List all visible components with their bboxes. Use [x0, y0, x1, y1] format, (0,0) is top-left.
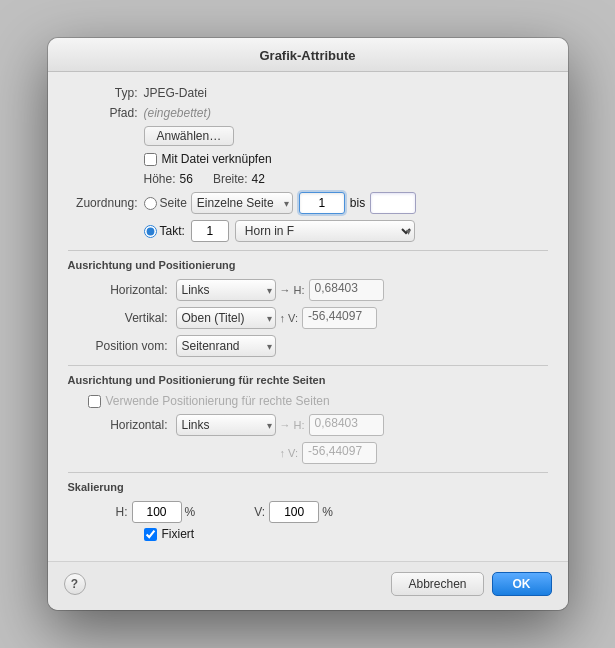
divider-3 — [68, 472, 548, 473]
scale-row: H: % V: % — [98, 501, 548, 523]
h-scale-input[interactable] — [132, 501, 182, 523]
horizontal2-select[interactable]: Links — [176, 414, 276, 436]
dialog-title: Grafik-Attribute — [48, 38, 568, 72]
divider-1 — [68, 250, 548, 251]
verwende-checkbox[interactable] — [88, 395, 101, 408]
seite-label: Seite — [160, 196, 187, 210]
verwende-row: Verwende Positionierung für rechte Seite… — [88, 394, 548, 408]
cancel-button[interactable]: Abbrechen — [391, 572, 483, 596]
h2-value: 0,68403 — [309, 414, 384, 436]
ausrichtung-header: Ausrichtung und Positionierung — [68, 259, 548, 273]
horizontal2-select-wrapper: Links — [176, 414, 276, 436]
horizontal2-label: Horizontal: — [68, 418, 168, 432]
horizontal-label: Horizontal: — [68, 283, 168, 297]
horizontal2-row: Horizontal: Links → H: 0,68403 — [68, 414, 548, 436]
typ-value: JPEG-Datei — [144, 86, 207, 100]
mit-datei-label: Mit Datei verknüpfen — [162, 152, 272, 166]
divider-2 — [68, 365, 548, 366]
v-value: -56,44097 — [302, 307, 377, 329]
zuordnung-row: Zuordnung: Seite Einzelne Seite bis — [68, 192, 548, 214]
anwaehlen-button[interactable]: Anwählen… — [144, 126, 235, 146]
fixiert-label: Fixiert — [162, 527, 195, 541]
vertikal-label: Vertikal: — [68, 311, 168, 325]
fixiert-checkbox[interactable] — [144, 528, 157, 541]
v2-arrow: ↑ V: — [280, 447, 299, 459]
position-label: Position vom: — [68, 339, 168, 353]
mit-datei-checkbox[interactable] — [144, 153, 157, 166]
zuordnung-label: Zuordnung: — [68, 196, 138, 210]
h-percent: % — [185, 505, 196, 519]
hoehe-value: 56 — [180, 172, 193, 186]
seite-von-input[interactable] — [299, 192, 345, 214]
horizontal-select[interactable]: Links — [176, 279, 276, 301]
breite-value: 42 — [252, 172, 265, 186]
vertikal-row: Vertikal: Oben (Titel) ↑ V: -56,44097 — [68, 307, 548, 329]
hoehe-label: Höhe: — [144, 172, 176, 186]
position-row: Position vom: Seitenrand — [68, 335, 548, 357]
takt-input[interactable] — [191, 220, 229, 242]
horizontal-select-wrapper: Links — [176, 279, 276, 301]
position-select-wrapper: Seitenrand — [176, 335, 276, 357]
horizontal-row: Horizontal: Links → H: 0,68403 — [68, 279, 548, 301]
position-select[interactable]: Seitenrand — [176, 335, 276, 357]
takt-label: Takt: — [160, 224, 185, 238]
bis-label: bis — [350, 196, 365, 210]
v-scale-input[interactable] — [269, 501, 319, 523]
takt-row: Takt: Horn in F — [144, 220, 548, 242]
takt-radio[interactable] — [144, 225, 157, 238]
vertikal-select[interactable]: Oben (Titel) — [176, 307, 276, 329]
horn-in-wrapper: Horn in F — [235, 220, 415, 242]
pfad-value: (eingebettet) — [144, 106, 211, 120]
typ-row: Typ: JPEG-Datei — [68, 86, 548, 100]
help-button[interactable]: ? — [64, 573, 86, 595]
vertikal-select-wrapper: Oben (Titel) — [176, 307, 276, 329]
horn-in-select[interactable]: Horn in F — [235, 220, 415, 242]
mit-datei-row: Mit Datei verknüpfen — [144, 152, 548, 166]
v2-value: -56,44097 — [302, 442, 377, 464]
grafik-attribute-dialog: Grafik-Attribute Typ: JPEG-Datei Pfad: (… — [48, 38, 568, 610]
typ-label: Typ: — [68, 86, 138, 100]
h2-arrow: → H: — [280, 419, 305, 431]
skalierung-header: Skalierung — [68, 481, 548, 495]
h-arrow: → H: — [280, 284, 305, 296]
einzelne-seite-wrapper: Einzelne Seite — [191, 192, 293, 214]
h-scale-label: H: — [98, 505, 128, 519]
einzelne-seite-select[interactable]: Einzelne Seite — [191, 192, 293, 214]
breite-label: Breite: — [213, 172, 248, 186]
anwaehlen-row: Anwählen… — [144, 126, 548, 146]
rechte-seiten-header: Ausrichtung und Positionierung für recht… — [68, 374, 548, 388]
verwende-label: Verwende Positionierung für rechte Seite… — [106, 394, 330, 408]
ok-button[interactable]: OK — [492, 572, 552, 596]
seite-radio[interactable] — [144, 197, 157, 210]
seite-bis-input[interactable] — [370, 192, 416, 214]
footer-buttons: Abbrechen OK — [391, 572, 551, 596]
pfad-label: Pfad: — [68, 106, 138, 120]
h-value: 0,68403 — [309, 279, 384, 301]
v2-row: ↑ V: -56,44097 — [68, 442, 548, 464]
v-arrow: ↑ V: — [280, 312, 299, 324]
v-percent: % — [322, 505, 333, 519]
dimensions-row: Höhe: 56 Breite: 42 — [144, 172, 548, 186]
v-scale-label: V: — [235, 505, 265, 519]
fixiert-row: Fixiert — [144, 527, 548, 541]
dialog-footer: ? Abbrechen OK — [48, 561, 568, 610]
pfad-row: Pfad: (eingebettet) — [68, 106, 548, 120]
